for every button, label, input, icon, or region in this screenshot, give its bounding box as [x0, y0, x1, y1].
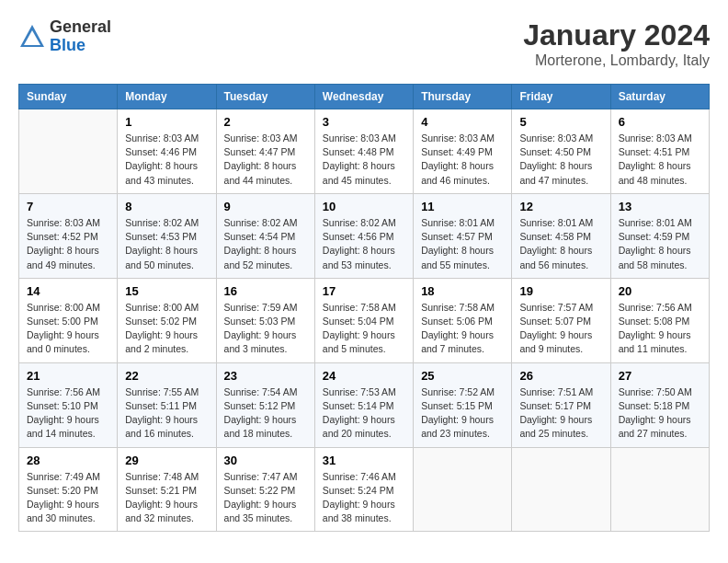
day-number: 17 [323, 284, 405, 298]
header-cell-monday: Monday [118, 85, 216, 109]
day-info: Sunrise: 7:56 AMSunset: 5:10 PMDaylight:… [27, 385, 109, 442]
header-cell-friday: Friday [512, 85, 610, 109]
day-cell: 18Sunrise: 7:58 AMSunset: 5:06 PMDayligh… [414, 278, 512, 362]
day-number: 21 [27, 369, 109, 383]
day-info: Sunrise: 8:01 AMSunset: 4:59 PMDaylight:… [619, 216, 701, 272]
calendar-body: 1Sunrise: 8:03 AMSunset: 4:46 PMDaylight… [19, 109, 710, 532]
header-cell-saturday: Saturday [610, 85, 709, 109]
day-number: 9 [224, 200, 307, 213]
header-cell-sunday: Sunday [19, 85, 118, 109]
header-cell-tuesday: Tuesday [216, 85, 314, 109]
day-number: 24 [323, 369, 405, 383]
day-number: 26 [519, 369, 602, 383]
day-cell: 27Sunrise: 7:50 AMSunset: 5:18 PMDayligh… [610, 362, 709, 447]
day-info: Sunrise: 7:50 AMSunset: 5:18 PMDaylight:… [619, 385, 701, 442]
day-info: Sunrise: 7:49 AMSunset: 5:20 PMDaylight:… [27, 470, 109, 526]
day-info: Sunrise: 7:57 AMSunset: 5:07 PMDaylight:… [519, 301, 602, 357]
day-cell [414, 447, 512, 532]
day-cell: 23Sunrise: 7:54 AMSunset: 5:12 PMDayligh… [216, 362, 314, 447]
day-cell [610, 447, 709, 532]
logo-icon [18, 23, 46, 51]
day-number: 29 [125, 454, 208, 467]
day-cell: 16Sunrise: 7:59 AMSunset: 5:03 PMDayligh… [216, 278, 314, 362]
day-cell: 2Sunrise: 8:03 AMSunset: 4:47 PMDaylight… [216, 109, 314, 194]
week-row-1: 1Sunrise: 8:03 AMSunset: 4:46 PMDaylight… [19, 109, 710, 194]
day-info: Sunrise: 7:59 AMSunset: 5:03 PMDaylight:… [224, 301, 307, 357]
title-block: January 2024 Morterone, Lombardy, Italy [523, 18, 710, 69]
week-row-5: 28Sunrise: 7:49 AMSunset: 5:20 PMDayligh… [19, 447, 710, 532]
day-info: Sunrise: 7:47 AMSunset: 5:22 PMDaylight:… [224, 470, 307, 526]
day-cell: 31Sunrise: 7:46 AMSunset: 5:24 PMDayligh… [314, 447, 413, 532]
day-cell: 30Sunrise: 7:47 AMSunset: 5:22 PMDayligh… [216, 447, 314, 532]
day-cell: 17Sunrise: 7:58 AMSunset: 5:04 PMDayligh… [314, 278, 413, 362]
day-info: Sunrise: 7:55 AMSunset: 5:11 PMDaylight:… [125, 385, 208, 442]
day-info: Sunrise: 8:02 AMSunset: 4:54 PMDaylight:… [224, 216, 307, 272]
day-number: 19 [519, 284, 602, 298]
day-info: Sunrise: 7:54 AMSunset: 5:12 PMDaylight:… [224, 385, 307, 442]
location-title: Morterone, Lombardy, Italy [523, 52, 710, 69]
day-info: Sunrise: 8:03 AMSunset: 4:49 PMDaylight:… [421, 132, 504, 188]
day-info: Sunrise: 8:02 AMSunset: 4:56 PMDaylight:… [323, 216, 405, 272]
day-info: Sunrise: 8:03 AMSunset: 4:46 PMDaylight:… [125, 132, 208, 188]
day-cell: 29Sunrise: 7:48 AMSunset: 5:21 PMDayligh… [118, 447, 216, 532]
day-cell: 7Sunrise: 8:03 AMSunset: 4:52 PMDaylight… [19, 193, 118, 278]
day-info: Sunrise: 8:01 AMSunset: 4:58 PMDaylight:… [519, 216, 602, 272]
day-cell: 15Sunrise: 8:00 AMSunset: 5:02 PMDayligh… [118, 278, 216, 362]
day-cell: 11Sunrise: 8:01 AMSunset: 4:57 PMDayligh… [414, 193, 512, 278]
day-info: Sunrise: 7:46 AMSunset: 5:24 PMDaylight:… [323, 470, 405, 526]
day-info: Sunrise: 7:58 AMSunset: 5:04 PMDaylight:… [323, 301, 405, 357]
day-info: Sunrise: 8:03 AMSunset: 4:51 PMDaylight:… [619, 132, 701, 188]
day-number: 7 [27, 200, 109, 213]
day-info: Sunrise: 8:03 AMSunset: 4:47 PMDaylight:… [224, 132, 307, 188]
day-info: Sunrise: 8:03 AMSunset: 4:50 PMDaylight:… [519, 132, 602, 188]
day-info: Sunrise: 7:58 AMSunset: 5:06 PMDaylight:… [421, 301, 504, 357]
day-cell: 21Sunrise: 7:56 AMSunset: 5:10 PMDayligh… [19, 362, 118, 447]
day-number: 4 [421, 115, 504, 129]
day-number: 16 [224, 284, 307, 298]
day-number: 12 [519, 200, 602, 213]
day-info: Sunrise: 7:56 AMSunset: 5:08 PMDaylight:… [619, 301, 701, 357]
day-number: 3 [323, 115, 405, 129]
day-number: 23 [224, 369, 307, 383]
day-info: Sunrise: 7:51 AMSunset: 5:17 PMDaylight:… [519, 385, 602, 442]
day-cell: 20Sunrise: 7:56 AMSunset: 5:08 PMDayligh… [610, 278, 709, 362]
day-info: Sunrise: 7:48 AMSunset: 5:21 PMDaylight:… [125, 470, 208, 526]
header-row: SundayMondayTuesdayWednesdayThursdayFrid… [19, 85, 710, 109]
day-cell: 13Sunrise: 8:01 AMSunset: 4:59 PMDayligh… [610, 193, 709, 278]
day-number: 31 [323, 454, 405, 467]
day-cell [512, 447, 610, 532]
day-cell: 12Sunrise: 8:01 AMSunset: 4:58 PMDayligh… [512, 193, 610, 278]
day-cell: 25Sunrise: 7:52 AMSunset: 5:15 PMDayligh… [414, 362, 512, 447]
logo-text: General Blue [50, 18, 111, 55]
day-cell: 22Sunrise: 7:55 AMSunset: 5:11 PMDayligh… [118, 362, 216, 447]
day-cell: 14Sunrise: 8:00 AMSunset: 5:00 PMDayligh… [19, 278, 118, 362]
day-cell: 8Sunrise: 8:02 AMSunset: 4:53 PMDaylight… [118, 193, 216, 278]
day-cell: 24Sunrise: 7:53 AMSunset: 5:14 PMDayligh… [314, 362, 413, 447]
day-info: Sunrise: 7:52 AMSunset: 5:15 PMDaylight:… [421, 385, 504, 442]
day-info: Sunrise: 8:03 AMSunset: 4:52 PMDaylight:… [27, 216, 109, 272]
day-info: Sunrise: 7:53 AMSunset: 5:14 PMDaylight:… [323, 385, 405, 442]
week-row-4: 21Sunrise: 7:56 AMSunset: 5:10 PMDayligh… [19, 362, 710, 447]
header-cell-wednesday: Wednesday [314, 85, 413, 109]
day-number: 15 [125, 284, 208, 298]
day-number: 13 [619, 200, 701, 213]
day-number: 11 [421, 200, 504, 213]
day-cell: 1Sunrise: 8:03 AMSunset: 4:46 PMDaylight… [118, 109, 216, 194]
day-number: 10 [323, 200, 405, 213]
day-number: 5 [519, 115, 602, 129]
day-cell: 4Sunrise: 8:03 AMSunset: 4:49 PMDaylight… [414, 109, 512, 194]
day-number: 25 [421, 369, 504, 383]
day-cell [19, 109, 118, 194]
day-cell: 6Sunrise: 8:03 AMSunset: 4:51 PMDaylight… [610, 109, 709, 194]
day-cell: 10Sunrise: 8:02 AMSunset: 4:56 PMDayligh… [314, 193, 413, 278]
day-cell: 9Sunrise: 8:02 AMSunset: 4:54 PMDaylight… [216, 193, 314, 278]
day-number: 27 [619, 369, 701, 383]
week-row-3: 14Sunrise: 8:00 AMSunset: 5:00 PMDayligh… [19, 278, 710, 362]
week-row-2: 7Sunrise: 8:03 AMSunset: 4:52 PMDaylight… [19, 193, 710, 278]
day-cell: 26Sunrise: 7:51 AMSunset: 5:17 PMDayligh… [512, 362, 610, 447]
calendar-table: SundayMondayTuesdayWednesdayThursdayFrid… [18, 84, 710, 532]
header-cell-thursday: Thursday [414, 85, 512, 109]
day-number: 18 [421, 284, 504, 298]
day-number: 28 [27, 454, 109, 467]
day-number: 30 [224, 454, 307, 467]
